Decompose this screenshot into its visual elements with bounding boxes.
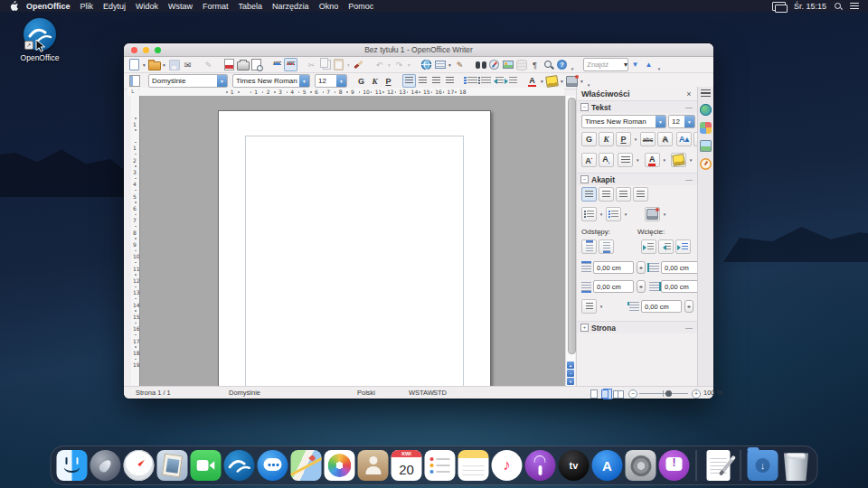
sidebar-superscript-button[interactable]: A▪ [581,153,597,167]
first-line-indent-field[interactable]: 0,00 cm [641,300,682,313]
undo-button[interactable]: ↶ [373,58,386,71]
text-section-collapse-icon[interactable]: − [580,103,589,111]
dock-calendar-icon[interactable]: KWI 20 [392,450,422,481]
line-spacing-dropdown[interactable]: ▾ [599,304,604,309]
new-document-dropdown[interactable]: ▾ [141,58,147,71]
sidebar-underline-button[interactable]: P [616,132,631,146]
tab-gallery-icon[interactable] [700,140,712,152]
sidebar-subscript-button[interactable]: A▪ [599,153,614,167]
menu-plik[interactable]: Plik [80,2,94,11]
sidebar-highlighting-dropdown[interactable]: ▾ [688,157,693,163]
sidebar-character-spacing-dropdown[interactable]: ▾ [635,157,640,163]
sidebar-align-left-button[interactable] [581,187,597,202]
tab-navigator-icon[interactable] [700,158,712,170]
switch-indent-button[interactable] [675,239,691,254]
dock-contacts-icon[interactable] [358,450,389,481]
align-justify-button[interactable] [443,74,457,88]
numbered-list-button[interactable] [464,74,477,88]
menu-wstaw[interactable]: Wstaw [168,2,193,11]
increase-spacing-button[interactable] [581,239,597,254]
open-button[interactable] [147,58,161,71]
paragraph-section-header[interactable]: − Akapit — [577,173,698,185]
sidebar-align-right-button[interactable] [616,187,631,202]
undo-dropdown[interactable]: ▾ [386,58,392,71]
copy-button[interactable] [318,58,332,71]
redo-button[interactable]: ↷ [392,58,406,71]
paragraph-section-more-button[interactable]: — [685,175,694,183]
sidebar-increase-font-button[interactable]: A▴ [676,132,692,146]
sidebar-font-color-button[interactable]: A [645,153,660,167]
highlighting-dropdown[interactable]: ▾ [559,74,565,88]
sidebar-align-center-button[interactable] [599,187,614,202]
sidebar-bullet-list-dropdown[interactable]: ▾ [599,211,604,217]
align-center-button[interactable] [416,74,429,88]
font-name-combo[interactable]: Times New Roman ▾ [232,74,310,88]
table-dropdown[interactable]: ▾ [447,58,453,71]
navigator-button[interactable] [487,58,501,71]
below-paragraph-spacing-spinner[interactable] [637,280,646,293]
tab-styles-icon[interactable] [700,122,712,134]
page-section-expand-icon[interactable]: + [580,324,589,332]
edit-file-button[interactable]: ✎ [202,58,215,71]
dock-messages-icon[interactable] [258,450,288,481]
font-color-dropdown[interactable]: ▾ [539,74,545,88]
status-selection-mode[interactable]: STD [433,387,447,399]
status-page-count[interactable]: Strona 1 / 1 [136,387,171,399]
sidebar-numbered-list-button[interactable] [606,207,621,221]
tab-properties-icon[interactable] [700,104,712,116]
dock-reminders-icon[interactable] [425,450,456,481]
paragraph-style-combo[interactable]: Domyślnie ▾ [148,74,228,88]
menu-narzedzia[interactable]: Narzędzia [272,2,309,11]
styles-panel-button[interactable] [127,74,141,88]
background-color-dropdown[interactable]: ▾ [579,74,585,88]
dock-system-preferences-icon[interactable] [626,450,656,481]
dock-mail-icon[interactable] [157,450,188,481]
font-size-combo[interactable]: 12 ▾ [315,74,347,88]
dock-notes-icon[interactable] [458,450,489,481]
dock-maps-icon[interactable] [291,450,322,481]
find-input[interactable]: Znajdź ▾ [583,58,628,71]
sidebar-settings-icon[interactable] [701,89,711,98]
toolbar-overflow[interactable]: ▾ [569,58,576,71]
dock-openoffice-icon[interactable] [224,450,255,481]
status-insert-mode[interactable]: WSTAW [409,387,434,399]
text-section-more-button[interactable]: — [685,103,694,111]
zoom-slider-thumb[interactable] [665,390,672,397]
sidebar-decrease-indent-button[interactable] [658,239,674,254]
before-text-indent-field[interactable]: 0,00 cm [661,261,702,274]
paragraph-section-collapse-icon[interactable]: − [580,175,589,183]
sidebar-bullet-list-button[interactable] [581,207,597,221]
find-next-button[interactable]: ▼ [628,58,642,71]
status-page-style[interactable]: Domyślnie [229,387,260,399]
paste-button[interactable] [332,58,345,71]
email-button[interactable]: ✉ [181,58,194,71]
page-preview-button[interactable] [250,58,263,71]
print-button[interactable] [236,58,250,71]
sidebar-bold-button[interactable]: G [581,132,597,146]
zoom-in-button[interactable]: + [692,389,701,399]
sidebar-font-size-dropdown[interactable]: ▾ [684,116,694,127]
multi-page-view-button[interactable] [601,389,609,399]
status-zoom-level[interactable]: 100 % [703,387,722,399]
zoom-out-button[interactable]: − [628,389,637,399]
page-section-header[interactable]: + Strona — [577,321,698,333]
find-replace-button[interactable] [474,58,487,71]
menu-edytuj[interactable]: Edytuj [103,2,126,11]
menu-tabela[interactable]: Tabela [239,2,263,11]
book-view-button[interactable] [613,390,624,399]
align-left-button[interactable] [402,74,416,88]
next-page-button[interactable]: ▼ [567,378,574,385]
sidebar-close-button[interactable]: × [684,89,693,99]
align-right-button[interactable] [429,74,443,88]
dock-feedback-assistant-icon[interactable]: ! [659,450,690,481]
save-button[interactable] [167,58,181,71]
underline-button[interactable]: P [382,74,395,88]
new-document-button[interactable] [127,58,141,71]
menu-clock[interactable]: Śr. 15:15 [794,2,826,11]
hyperlink-button[interactable] [420,58,433,71]
apple-menu-icon[interactable] [10,1,19,11]
formatting-marks-button[interactable]: ¶ [528,58,542,71]
sidebar-underline-dropdown[interactable]: ▾ [633,136,638,142]
export-pdf-button[interactable] [222,58,236,71]
sidebar-numbered-list-dropdown[interactable]: ▾ [623,211,628,217]
